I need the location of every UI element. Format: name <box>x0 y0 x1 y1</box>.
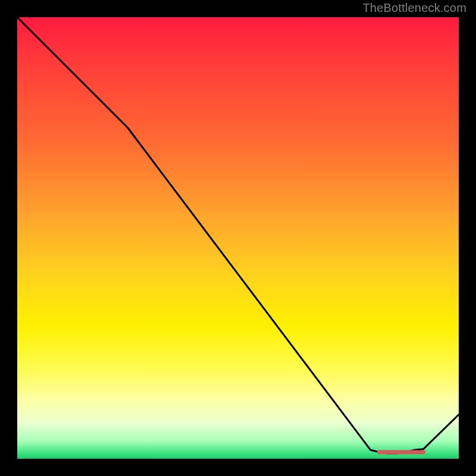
plot-svg <box>17 17 459 459</box>
chart-stage: TheBottleneck.com <box>0 0 476 476</box>
plot-area <box>17 17 459 459</box>
watermark-text: TheBottleneck.com <box>362 1 466 15</box>
curve-line <box>17 17 459 453</box>
